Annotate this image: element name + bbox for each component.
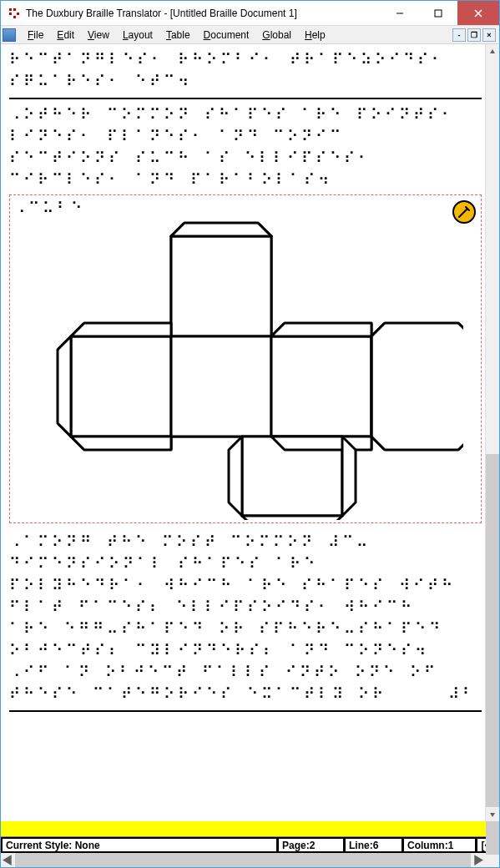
title-bar: The Duxbury Braille Translator - [Untitl… xyxy=(1,1,499,26)
svg-marker-32 xyxy=(58,336,71,437)
document-area[interactable]: ⠗⠑⠉⠞⠁⠝⠛⠇⠑⠎⠂ ⠗⠓⠕⠍⠃⠊⠂ ⠞⠗⠁⠏⠑⠵⠕⠊⠙⠎⠂ ⠎⠟⠥⠁⠗⠑⠎⠂… xyxy=(1,44,485,821)
graphic-frame[interactable]: ⠠⠉⠥⠃⠑ xyxy=(9,194,482,523)
status-column: Column:1 xyxy=(402,837,476,853)
status-page: Page:2 xyxy=(277,837,344,853)
braille-line: ⠁⠗⠑ ⠑⠛⠛⠤⠎⠓⠁⠏⠑⠙ ⠕⠗ ⠎⠏⠓⠑⠗⠑⠤⠎⠓⠁⠏⠑⠙ xyxy=(9,618,482,640)
cube-net-graphic xyxy=(46,220,463,520)
divider xyxy=(9,98,482,99)
scroll-up-arrow-icon[interactable] xyxy=(486,44,499,58)
svg-marker-33 xyxy=(71,323,171,336)
svg-rect-27 xyxy=(71,336,171,437)
status-style: Current Style: None xyxy=(1,837,277,853)
mdi-restore-button[interactable]: ❐ xyxy=(467,28,481,42)
braille-line: ⠉⠊⠗⠉⠇⠑⠎⠂ ⠁⠝⠙ ⠏⠁⠗⠁⠃⠕⠇⠁⠎⠲ xyxy=(9,169,482,191)
braille-line: ⠋⠇⠁⠞ ⠋⠁⠉⠑⠎⠆ ⠑⠇⠇⠊⠏⠎⠕⠊⠙⠎⠂ ⠺⠓⠊⠉⠓ xyxy=(9,597,482,618)
braille-line: ⠎⠑⠉⠞⠊⠕⠝⠎ ⠎⠥⠉⠓ ⠁⠎ ⠑⠇⠇⠊⠏⠎⠑⠎⠂ xyxy=(9,148,482,169)
svg-marker-36 xyxy=(271,437,371,450)
mdi-document-icon xyxy=(3,28,16,42)
svg-marker-42 xyxy=(490,49,495,53)
svg-marker-34 xyxy=(71,437,171,450)
graphic-label: ⠠⠉⠥⠃⠑ xyxy=(13,198,478,220)
scroll-left-arrow-icon[interactable] xyxy=(1,853,15,867)
braille-line: ⠎⠟⠥⠁⠗⠑⠎⠂ ⠑⠞⠉⠲ xyxy=(9,71,482,93)
menu-edit[interactable]: Edit xyxy=(50,28,81,43)
scroll-right-arrow-icon[interactable] xyxy=(471,853,485,867)
end-of-page-marker xyxy=(1,821,499,836)
svg-rect-26 xyxy=(171,236,271,336)
svg-marker-39 xyxy=(242,516,342,520)
maximize-button[interactable] xyxy=(419,1,457,25)
svg-rect-28 xyxy=(171,336,271,437)
svg-rect-4 xyxy=(17,13,19,15)
svg-marker-41 xyxy=(342,437,356,516)
svg-marker-40 xyxy=(229,437,242,516)
braille-line: ⠗⠑⠉⠞⠁⠝⠛⠇⠑⠎⠂ ⠗⠓⠕⠍⠃⠊⠂ ⠞⠗⠁⠏⠑⠵⠕⠊⠙⠎⠂ xyxy=(9,49,482,71)
braille-line: ⠏⠕⠇⠽⠓⠑⠙⠗⠁⠂ ⠺⠓⠊⠉⠓ ⠁⠗⠑ ⠎⠓⠁⠏⠑⠎ ⠺⠊⠞⠓ xyxy=(9,575,482,597)
menu-view[interactable]: View xyxy=(81,28,116,43)
svg-rect-2 xyxy=(13,8,16,11)
menu-file[interactable]: File xyxy=(21,28,50,43)
svg-marker-45 xyxy=(474,855,483,865)
braille-line: ⠕⠃⠚⠑⠉⠞⠎⠆ ⠉⠽⠇⠊⠝⠙⠑⠗⠎⠆ ⠁⠝⠙ ⠉⠕⠝⠑⠎⠲ xyxy=(9,640,482,662)
mdi-close-button[interactable]: × xyxy=(482,28,496,42)
svg-marker-31 xyxy=(171,223,271,236)
svg-marker-43 xyxy=(490,813,495,817)
braille-line: ⠠⠊⠋ ⠁⠝ ⠕⠃⠚⠑⠉⠞ ⠋⠁⠇⠇⠎ ⠊⠝⠞⠕ ⠕⠝⠑ ⠕⠋ xyxy=(9,662,482,684)
window-title: The Duxbury Braille Translator - [Untitl… xyxy=(26,8,381,19)
scrollbar-thumb[interactable] xyxy=(486,454,499,855)
menu-document[interactable]: Document xyxy=(197,28,256,43)
mdi-minimize-button[interactable]: ‐ xyxy=(452,28,466,42)
minimize-button[interactable] xyxy=(381,1,419,25)
scroll-down-arrow-icon[interactable] xyxy=(486,807,499,821)
svg-rect-5 xyxy=(13,16,16,18)
braille-line: ⠞⠓⠑⠎⠑ ⠉⠁⠞⠑⠛⠕⠗⠊⠑⠎ ⠑⠭⠁⠉⠞⠇⠽ ⠕⠗ ⠼⠃ xyxy=(9,684,482,705)
svg-rect-3 xyxy=(9,13,12,15)
svg-marker-37 xyxy=(371,323,463,450)
status-line: Line:6 xyxy=(344,837,402,853)
vertical-scrollbar[interactable] xyxy=(485,44,499,821)
svg-marker-35 xyxy=(271,323,371,336)
svg-rect-7 xyxy=(435,10,442,17)
tactile-graphic-badge-icon xyxy=(452,200,476,224)
menu-help[interactable]: Help xyxy=(298,28,332,43)
horizontal-scrollbar[interactable] xyxy=(1,853,499,867)
close-button[interactable] xyxy=(457,1,499,25)
menu-global[interactable]: Global xyxy=(255,28,298,43)
status-bar: Current Style: None Page:2 Line:6 Column… xyxy=(1,836,499,853)
braille-line: ⠠⠁⠍⠕⠝⠛ ⠞⠓⠑ ⠍⠕⠎⠞ ⠉⠕⠍⠍⠕⠝ ⠼⠉⠤ xyxy=(9,532,482,553)
svg-rect-29 xyxy=(271,336,371,437)
braille-line: ⠇⠊⠝⠑⠎⠂ ⠏⠇⠁⠝⠑⠎⠂ ⠁⠝⠙ ⠉⠕⠝⠊⠉ xyxy=(9,126,482,148)
menu-layout[interactable]: Layout xyxy=(116,28,159,43)
braille-line: ⠙⠊⠍⠑⠝⠎⠊⠕⠝⠁⠇ ⠎⠓⠁⠏⠑⠎ ⠁⠗⠑ xyxy=(9,553,482,575)
divider xyxy=(9,710,482,712)
app-icon xyxy=(8,7,21,20)
svg-marker-44 xyxy=(3,855,12,865)
hscrollbar-thumb[interactable] xyxy=(15,853,471,867)
menu-bar: File Edit View Layout Table Document Glo… xyxy=(1,26,499,44)
braille-line: ⠠⠕⠞⠓⠑⠗ ⠉⠕⠍⠍⠕⠝ ⠎⠓⠁⠏⠑⠎ ⠁⠗⠑ ⠏⠕⠊⠝⠞⠎⠂ xyxy=(9,104,482,126)
svg-rect-1 xyxy=(9,8,12,11)
scrollbar-corner xyxy=(485,853,499,867)
menu-table[interactable]: Table xyxy=(159,28,197,43)
